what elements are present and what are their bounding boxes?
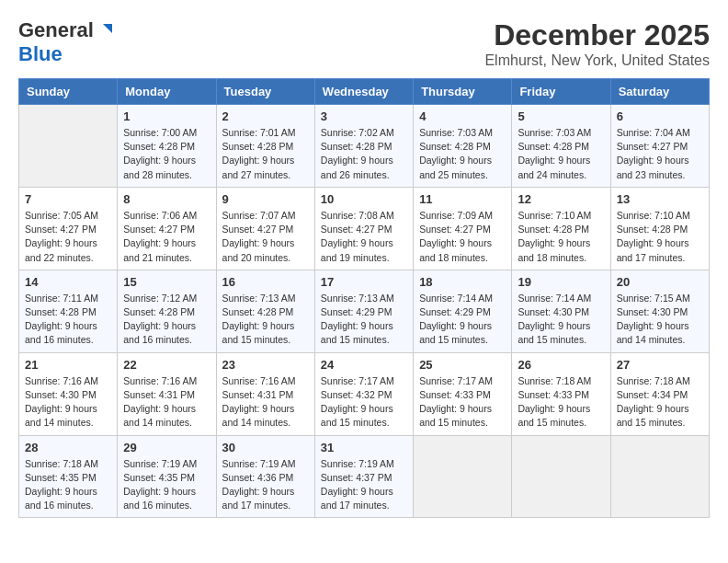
day-info: Sunrise: 7:17 AM Sunset: 4:32 PM Dayligh…	[321, 374, 407, 431]
day-info: Sunrise: 7:09 AM Sunset: 4:27 PM Dayligh…	[419, 209, 506, 265]
day-info: Sunrise: 7:03 AM Sunset: 4:28 PM Dayligh…	[419, 126, 506, 182]
weekday-header-wednesday: Wednesday	[314, 79, 413, 105]
calendar-cell: 14Sunrise: 7:11 AM Sunset: 4:28 PM Dayli…	[19, 270, 118, 352]
day-info: Sunrise: 7:18 AM Sunset: 4:33 PM Dayligh…	[518, 374, 604, 431]
calendar-cell: 28Sunrise: 7:18 AM Sunset: 4:35 PM Dayli…	[19, 435, 118, 518]
day-number: 3	[321, 109, 407, 123]
calendar-header-row: SundayMondayTuesdayWednesdayThursdayFrid…	[19, 79, 710, 105]
day-number: 10	[321, 192, 407, 206]
day-number: 11	[419, 192, 506, 206]
day-number: 9	[222, 192, 309, 206]
calendar-cell: 15Sunrise: 7:12 AM Sunset: 4:28 PM Dayli…	[118, 270, 216, 352]
day-number: 26	[518, 358, 604, 372]
weekday-header-tuesday: Tuesday	[216, 79, 314, 105]
day-number: 8	[123, 192, 210, 206]
logo-text-blue: Blue	[18, 42, 63, 65]
day-info: Sunrise: 7:18 AM Sunset: 4:34 PM Dayligh…	[617, 374, 703, 431]
month-title: December 2025	[484, 18, 710, 52]
weekday-header-monday: Monday	[118, 79, 216, 105]
calendar-cell: 10Sunrise: 7:08 AM Sunset: 4:27 PM Dayli…	[314, 187, 413, 270]
calendar-cell: 25Sunrise: 7:17 AM Sunset: 4:33 PM Dayli…	[414, 352, 512, 435]
day-info: Sunrise: 7:19 AM Sunset: 4:37 PM Dayligh…	[321, 457, 407, 513]
day-info: Sunrise: 7:16 AM Sunset: 4:30 PM Dayligh…	[25, 374, 111, 431]
day-info: Sunrise: 7:03 AM Sunset: 4:28 PM Dayligh…	[518, 126, 604, 182]
day-number: 14	[25, 275, 111, 289]
calendar-cell: 18Sunrise: 7:14 AM Sunset: 4:29 PM Dayli…	[414, 270, 512, 352]
calendar-cell	[512, 435, 610, 518]
day-info: Sunrise: 7:14 AM Sunset: 4:30 PM Dayligh…	[518, 292, 604, 348]
day-number: 1	[123, 109, 210, 123]
day-info: Sunrise: 7:10 AM Sunset: 4:28 PM Dayligh…	[518, 209, 604, 265]
day-info: Sunrise: 7:10 AM Sunset: 4:28 PM Dayligh…	[617, 209, 703, 265]
logo-icon	[96, 20, 114, 39]
day-number: 18	[419, 275, 506, 289]
day-info: Sunrise: 7:01 AM Sunset: 4:28 PM Dayligh…	[222, 126, 309, 182]
calendar-week-1: 1Sunrise: 7:00 AM Sunset: 4:28 PM Daylig…	[19, 105, 710, 188]
day-number: 24	[321, 358, 407, 372]
day-info: Sunrise: 7:08 AM Sunset: 4:27 PM Dayligh…	[321, 209, 407, 265]
day-number: 31	[321, 441, 407, 454]
day-number: 17	[321, 275, 407, 289]
calendar-cell: 22Sunrise: 7:16 AM Sunset: 4:31 PM Dayli…	[118, 352, 216, 435]
day-number: 6	[617, 109, 703, 123]
calendar-cell: 2Sunrise: 7:01 AM Sunset: 4:28 PM Daylig…	[216, 105, 314, 188]
day-info: Sunrise: 7:15 AM Sunset: 4:30 PM Dayligh…	[617, 292, 703, 348]
day-number: 25	[419, 358, 506, 372]
day-info: Sunrise: 7:05 AM Sunset: 4:27 PM Dayligh…	[25, 209, 111, 265]
day-number: 21	[25, 358, 111, 372]
day-info: Sunrise: 7:19 AM Sunset: 4:35 PM Dayligh…	[123, 457, 210, 513]
weekday-header-sunday: Sunday	[19, 79, 118, 105]
calendar-cell	[610, 435, 709, 518]
calendar-cell	[414, 435, 512, 518]
location-subtitle: Elmhurst, New York, United States	[484, 52, 710, 69]
calendar-cell: 8Sunrise: 7:06 AM Sunset: 4:27 PM Daylig…	[118, 187, 216, 270]
calendar-cell	[19, 105, 118, 188]
day-info: Sunrise: 7:16 AM Sunset: 4:31 PM Dayligh…	[222, 374, 309, 431]
calendar-cell: 3Sunrise: 7:02 AM Sunset: 4:28 PM Daylig…	[314, 105, 413, 188]
svg-marker-0	[103, 24, 112, 33]
day-info: Sunrise: 7:04 AM Sunset: 4:27 PM Dayligh…	[617, 126, 703, 182]
calendar-cell: 19Sunrise: 7:14 AM Sunset: 4:30 PM Dayli…	[512, 270, 610, 352]
day-number: 15	[123, 275, 210, 289]
calendar-cell: 9Sunrise: 7:07 AM Sunset: 4:27 PM Daylig…	[216, 187, 314, 270]
day-number: 2	[222, 109, 309, 123]
calendar-cell: 16Sunrise: 7:13 AM Sunset: 4:28 PM Dayli…	[216, 270, 314, 352]
day-info: Sunrise: 7:12 AM Sunset: 4:28 PM Dayligh…	[123, 292, 210, 348]
day-info: Sunrise: 7:16 AM Sunset: 4:31 PM Dayligh…	[123, 374, 210, 431]
day-info: Sunrise: 7:07 AM Sunset: 4:27 PM Dayligh…	[222, 209, 309, 265]
calendar-cell: 30Sunrise: 7:19 AM Sunset: 4:36 PM Dayli…	[216, 435, 314, 518]
calendar-table: SundayMondayTuesdayWednesdayThursdayFrid…	[18, 78, 710, 518]
calendar-cell: 26Sunrise: 7:18 AM Sunset: 4:33 PM Dayli…	[512, 352, 610, 435]
calendar-cell: 1Sunrise: 7:00 AM Sunset: 4:28 PM Daylig…	[118, 105, 216, 188]
calendar-cell: 7Sunrise: 7:05 AM Sunset: 4:27 PM Daylig…	[19, 187, 118, 270]
calendar-cell: 5Sunrise: 7:03 AM Sunset: 4:28 PM Daylig…	[512, 105, 610, 188]
calendar-cell: 29Sunrise: 7:19 AM Sunset: 4:35 PM Dayli…	[118, 435, 216, 518]
day-number: 30	[222, 441, 309, 454]
day-number: 22	[123, 358, 210, 372]
calendar-cell: 31Sunrise: 7:19 AM Sunset: 4:37 PM Dayli…	[314, 435, 413, 518]
page-header: General Blue December 2025 Elmhurst, New…	[18, 18, 710, 69]
logo: General Blue	[18, 18, 114, 66]
day-info: Sunrise: 7:13 AM Sunset: 4:28 PM Dayligh…	[222, 292, 309, 348]
weekday-header-saturday: Saturday	[610, 79, 709, 105]
day-info: Sunrise: 7:19 AM Sunset: 4:36 PM Dayligh…	[222, 457, 309, 513]
day-number: 28	[25, 441, 111, 454]
calendar-cell: 17Sunrise: 7:13 AM Sunset: 4:29 PM Dayli…	[314, 270, 413, 352]
calendar-cell: 23Sunrise: 7:16 AM Sunset: 4:31 PM Dayli…	[216, 352, 314, 435]
calendar-cell: 13Sunrise: 7:10 AM Sunset: 4:28 PM Dayli…	[610, 187, 709, 270]
calendar-week-5: 28Sunrise: 7:18 AM Sunset: 4:35 PM Dayli…	[19, 435, 710, 518]
day-number: 7	[25, 192, 111, 206]
day-number: 16	[222, 275, 309, 289]
day-info: Sunrise: 7:17 AM Sunset: 4:33 PM Dayligh…	[419, 374, 506, 431]
day-info: Sunrise: 7:11 AM Sunset: 4:28 PM Dayligh…	[25, 292, 111, 348]
title-block: December 2025 Elmhurst, New York, United…	[484, 18, 710, 69]
day-number: 12	[518, 192, 604, 206]
day-number: 23	[222, 358, 309, 372]
calendar-cell: 6Sunrise: 7:04 AM Sunset: 4:27 PM Daylig…	[610, 105, 709, 188]
calendar-cell: 20Sunrise: 7:15 AM Sunset: 4:30 PM Dayli…	[610, 270, 709, 352]
weekday-header-friday: Friday	[512, 79, 610, 105]
day-info: Sunrise: 7:00 AM Sunset: 4:28 PM Dayligh…	[123, 126, 210, 182]
calendar-week-4: 21Sunrise: 7:16 AM Sunset: 4:30 PM Dayli…	[19, 352, 710, 435]
calendar-cell: 21Sunrise: 7:16 AM Sunset: 4:30 PM Dayli…	[19, 352, 118, 435]
day-number: 19	[518, 275, 604, 289]
